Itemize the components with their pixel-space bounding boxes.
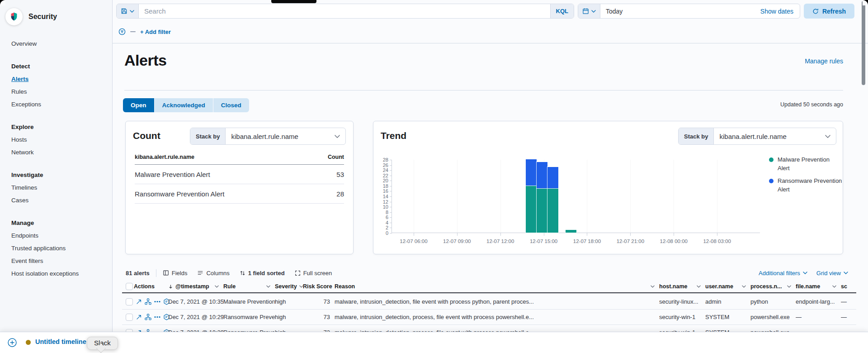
trend-bar[interactable] <box>566 230 576 233</box>
row-checkbox[interactable] <box>126 314 133 321</box>
sidebar-item-investigate: Investigate <box>0 169 112 181</box>
expand-alert-icon[interactable] <box>136 299 142 305</box>
column-header-file-name[interactable]: file.name <box>796 283 841 290</box>
cell-timestamp: Dec 7, 2021 @ 10:29:59.423 <box>168 314 223 320</box>
sidebar-item-manage: Manage <box>0 217 112 229</box>
sidebar-item-host-isolation-exceptions[interactable]: Host isolation exceptions <box>0 267 112 280</box>
chevron-down-icon <box>335 135 340 138</box>
expand-alert-icon[interactable] <box>136 314 142 320</box>
legend-item[interactable]: Ransomware Prevention Alert <box>769 177 842 194</box>
column-header-label: Risk Score <box>303 283 332 290</box>
trend-bar-segment <box>526 186 537 233</box>
y-axis-tick-label: 16 <box>375 188 388 194</box>
row-actions <box>134 314 168 320</box>
sidebar-item-timelines[interactable]: Timelines <box>0 181 112 194</box>
fields-button[interactable]: Fields <box>163 270 188 277</box>
cell-source: — <box>841 314 856 320</box>
trend-bar[interactable] <box>537 162 547 233</box>
refresh-button[interactable]: Refresh <box>804 4 854 19</box>
x-axis-tick <box>414 233 414 236</box>
column-header-rule[interactable]: Rule <box>223 283 275 290</box>
count-rule-name: Malware Prevention Alert <box>135 171 210 178</box>
column-header-label: Rule <box>223 283 236 290</box>
chevron-down-icon <box>215 285 219 288</box>
divider <box>124 90 843 91</box>
new-timeline-plus-icon[interactable] <box>7 338 17 348</box>
column-header-host-name[interactable]: host.name <box>659 283 705 290</box>
sidebar-item-overview[interactable]: Overview <box>0 38 112 50</box>
sidebar-item-event-filters[interactable]: Event filters <box>0 255 112 267</box>
row-checkbox[interactable] <box>126 298 133 305</box>
trend-panel: Trend Stack by kibana.alert.rule.name Ma… <box>373 121 843 254</box>
columns-button[interactable]: Columns <box>197 270 229 277</box>
more-actions-icon[interactable] <box>154 301 160 303</box>
date-menu-button[interactable] <box>578 4 600 18</box>
fullscreen-button[interactable]: Full screen <box>295 270 332 277</box>
tab-closed[interactable]: Closed <box>213 98 249 112</box>
filter-menu-icon[interactable] <box>118 28 126 35</box>
sidebar-item-endpoints[interactable]: Endpoints <box>0 229 112 242</box>
sidebar-item-hosts[interactable]: Hosts <box>0 134 112 146</box>
gridline <box>414 160 414 233</box>
screen-corner-left <box>0 0 5 5</box>
cell-host-name: security-win-1 <box>659 314 705 320</box>
y-axis-tick <box>390 176 392 176</box>
sidebar-item-alerts[interactable]: Alerts <box>0 73 112 86</box>
sidebar-item-cases[interactable]: Cases <box>0 194 112 207</box>
grid-view-menu[interactable]: Grid view <box>816 270 848 277</box>
sidebar-item-exceptions[interactable]: Exceptions <box>0 98 112 111</box>
analyze-event-icon[interactable] <box>145 314 151 320</box>
chevron-down-icon <box>787 285 791 288</box>
saved-query-menu-button[interactable] <box>117 4 139 18</box>
tab-open[interactable]: Open <box>123 98 155 112</box>
column-header-severity[interactable]: Severity <box>275 283 303 290</box>
legend-item[interactable]: Malware Prevention Alert <box>769 156 842 173</box>
date-range-value[interactable]: Today <box>600 8 623 15</box>
tab-acknowledged[interactable]: Acknowledged <box>155 98 213 112</box>
column-header-reason[interactable]: Reason <box>335 283 659 290</box>
alert-row: Dec 7, 2021 @ 10:35:02.908Malware Preven… <box>122 294 856 310</box>
trend-stack-by-value: kibana.alert.rule.name <box>719 133 786 140</box>
additional-filters-menu[interactable]: Additional filters <box>759 270 807 277</box>
column-header-label: Severity <box>275 283 297 290</box>
calendar-icon <box>582 8 589 14</box>
x-axis-tick <box>457 233 458 236</box>
count-stack-by-value: kibana.alert.rule.name <box>231 133 298 140</box>
alerts-table-header: Actions@timestampRuleSeverityRisk ScoreR… <box>122 281 856 293</box>
count-stack-by-select[interactable]: Stack by kibana.alert.rule.name <box>190 128 346 145</box>
sidebar-item-network[interactable]: Network <box>0 146 112 159</box>
column-header-risk-score[interactable]: Risk Score <box>303 283 335 290</box>
manage-rules-link[interactable]: Manage rules <box>805 57 843 65</box>
column-header-process-n-[interactable]: process.n... <box>750 283 796 290</box>
trend-bar-segment <box>566 230 576 233</box>
chevron-down-icon <box>697 285 701 288</box>
column-header-user-name[interactable]: user.name <box>705 283 750 290</box>
trend-bar[interactable] <box>547 167 558 233</box>
gridline <box>500 160 501 233</box>
select-all-checkbox[interactable] <box>126 283 133 290</box>
column-header-sc[interactable]: sc <box>841 283 856 290</box>
save-icon <box>121 8 127 14</box>
show-dates-button[interactable]: Show dates <box>760 8 800 15</box>
column-header-@timestamp[interactable]: @timestamp <box>168 283 223 290</box>
trend-bar[interactable] <box>526 159 537 233</box>
trend-stack-by-select[interactable]: Stack by kibana.alert.rule.name <box>678 128 836 145</box>
sidebar-item-rules[interactable]: Rules <box>0 86 112 98</box>
cell-timestamp: Dec 7, 2021 @ 10:35:02.908 <box>168 298 223 305</box>
sorted-fields-button[interactable]: 1 field sorted <box>240 270 285 277</box>
trend-legend: Malware Prevention AlertRansomware Preve… <box>769 156 842 198</box>
alert-count: 81 alerts <box>126 270 150 277</box>
search-input[interactable] <box>139 4 550 18</box>
cell-process-name: powershell.exe <box>750 314 796 320</box>
analyze-event-icon[interactable] <box>145 298 151 305</box>
scrollbar-thumb[interactable] <box>862 1 865 85</box>
y-axis-tick <box>390 191 392 191</box>
sidebar-item-trusted-applications[interactable]: Trusted applications <box>0 242 112 255</box>
sidebar: Security OverviewDetectAlertsRulesExcept… <box>0 0 113 353</box>
timeline-title[interactable]: Untitled timeline <box>35 338 86 345</box>
add-filter-button[interactable]: + Add filter <box>140 29 171 35</box>
trend-chart: 024681012141618202224262812-07 06:0012-0… <box>392 160 760 233</box>
kql-language-button[interactable]: KQL <box>550 4 574 18</box>
sidebar-item-explore: Explore <box>0 121 112 134</box>
more-actions-icon[interactable] <box>154 316 160 318</box>
